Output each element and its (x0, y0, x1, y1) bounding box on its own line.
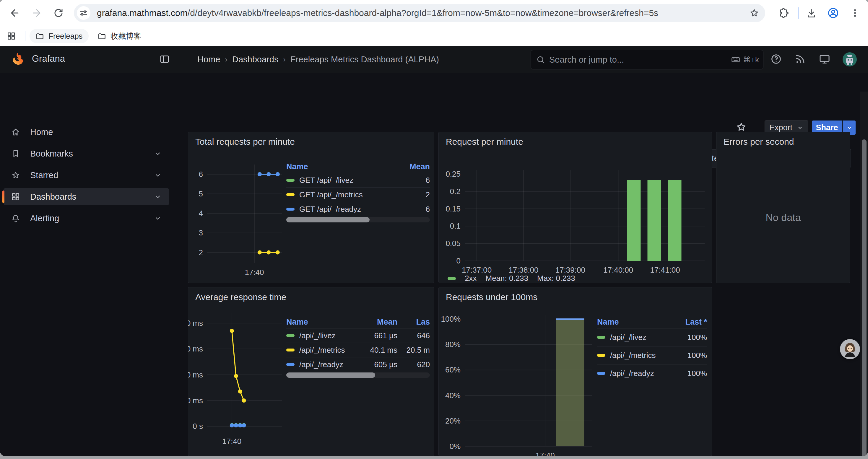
svg-text:17:37:00: 17:37:00 (462, 266, 492, 274)
svg-text:17:40:00: 17:40:00 (603, 266, 633, 274)
svg-text:4: 4 (199, 209, 203, 218)
reload-button[interactable] (52, 6, 65, 20)
series-swatch (286, 334, 294, 337)
svg-text:60 ms: 60 ms (188, 345, 203, 353)
legend-table: Name Last * /api/_/livez 100% /api/_/met… (597, 316, 707, 382)
svg-text:40%: 40% (445, 391, 461, 400)
bell-icon (11, 214, 20, 223)
legend-header: Name Last * (597, 316, 707, 328)
legend-row[interactable]: /api/_/livez 661 µs 646 (286, 328, 430, 343)
panel-title[interactable]: Errors per second (723, 137, 794, 147)
breadcrumb: Home › Dashboards › Freeleaps Metrics Da… (197, 46, 439, 73)
series-swatch (597, 372, 606, 375)
search-input[interactable]: Search or jump to... ⌘+k (531, 50, 764, 69)
sidebar-toggle-icon[interactable] (159, 54, 169, 64)
svg-text:17:41:00: 17:41:00 (650, 266, 680, 274)
chevron-down-icon[interactable] (154, 214, 162, 222)
legend-scrollbar[interactable] (286, 217, 430, 222)
bookmark-folder-blogs[interactable]: 收藏博客 (92, 29, 147, 43)
svg-text:0.2: 0.2 (450, 187, 461, 196)
bookmark-folder-freeleaps[interactable]: Freeleaps (30, 29, 89, 43)
svg-text:2: 2 (199, 248, 203, 257)
legend-row[interactable]: GET /api/_/readyz 6 (286, 202, 430, 216)
grafana-wordmark: Grafana (32, 54, 65, 64)
legend-scrollbar[interactable] (286, 372, 430, 378)
legend-row[interactable]: GET /api/_/livez 6 (286, 173, 430, 188)
svg-text:60%: 60% (445, 365, 461, 374)
panel-request-per-minute: Request per minute 0.250.20.150.10.05017… (438, 132, 712, 283)
breadcrumb-current: Freeleaps Metrics Dashboard (ALPHA) (290, 55, 439, 64)
site-info-icon[interactable] (77, 6, 90, 20)
svg-text:0.25: 0.25 (445, 169, 461, 178)
legend-row[interactable]: /api/_/metrics 100% (597, 347, 707, 364)
legend-row[interactable]: /api/_/readyz 100% (597, 364, 707, 382)
floating-assistant-avatar[interactable] (840, 339, 860, 359)
svg-text:100%: 100% (441, 315, 461, 323)
browser-menu-icon[interactable] (848, 6, 862, 20)
bookmark-label: Freeleaps (49, 32, 83, 41)
user-avatar[interactable] (843, 52, 857, 66)
bar-chart: 0.250.20.150.10.05017:37:0017:38:0017:39… (439, 132, 712, 283)
chevron-down-icon[interactable] (154, 150, 162, 158)
sidebar-item-dashboards[interactable]: Dashboards (4, 188, 169, 205)
panel-errors-per-second: Errors per second No data (716, 132, 850, 283)
breadcrumb-home[interactable]: Home (197, 55, 220, 64)
series-swatch (286, 363, 294, 366)
bookmark-star-icon[interactable] (749, 8, 759, 18)
chevron-down-icon[interactable] (154, 193, 162, 201)
back-button[interactable] (8, 6, 21, 20)
sidebar-item-bookmarks[interactable]: Bookmarks (4, 145, 169, 162)
url-text: grafana.mathmast.com/d/deytv4rwavabkb/fr… (97, 8, 749, 18)
page-scrollbar-track[interactable] (860, 92, 868, 456)
svg-text:80%: 80% (445, 340, 461, 349)
legend-row[interactable]: /api/_/livez 100% (597, 328, 707, 347)
svg-text:0%: 0% (450, 442, 461, 451)
grafana-app: Grafana Home › Dashboards › Freeleaps Me… (0, 46, 868, 456)
apps-grid-icon[interactable] (6, 31, 16, 41)
legend-row[interactable]: GET /api/_/metrics 2 (286, 188, 430, 202)
monitor-icon[interactable] (819, 54, 830, 65)
profile-icon[interactable] (827, 6, 840, 20)
grafana-logo[interactable] (11, 52, 24, 65)
legend-header: Name Mean (286, 160, 430, 173)
search-placeholder: Search or jump to... (549, 55, 624, 65)
chevron-down-icon[interactable] (154, 171, 162, 179)
svg-text:0.15: 0.15 (445, 204, 461, 213)
svg-text:6: 6 (199, 170, 203, 179)
series-swatch (286, 349, 294, 352)
home-icon (11, 128, 20, 136)
svg-text:0 s: 0 s (193, 422, 203, 431)
favorite-dashboard-icon[interactable] (736, 121, 747, 133)
svg-text:5: 5 (199, 189, 203, 198)
page-scrollbar-thumb[interactable] (862, 139, 867, 456)
toolbar-separator (798, 7, 799, 19)
legend-inline[interactable]: 2xx Mean: 0.233 Max: 0.233 (447, 274, 575, 283)
svg-text:17:40: 17:40 (222, 437, 241, 446)
svg-text:0.05: 0.05 (445, 239, 461, 248)
keyboard-icon (731, 55, 740, 64)
grafana-header: Grafana Home › Dashboards › Freeleaps Me… (0, 46, 868, 73)
downloads-icon[interactable] (805, 6, 818, 20)
breadcrumb-dashboards[interactable]: Dashboards (232, 55, 278, 64)
svg-text:3: 3 (199, 228, 203, 237)
news-rss-icon[interactable] (795, 54, 806, 65)
bookmark-icon (11, 149, 20, 158)
address-bar[interactable]: grafana.mathmast.com/d/deytv4rwavabkb/fr… (74, 4, 765, 22)
browser-window: grafana.mathmast.com/d/deytv4rwavabkb/fr… (0, 0, 868, 456)
svg-text:20 ms: 20 ms (188, 396, 203, 405)
extensions-icon[interactable] (777, 6, 790, 20)
sidebar-item-starred[interactable]: Starred (4, 167, 169, 184)
timeseries-chart: 80 ms60 ms40 ms20 ms0 s17:40 (188, 287, 434, 456)
forward-button[interactable] (30, 6, 43, 20)
legend-table: Name Mean GET /api/_/livez 6 GET /api/_/… (286, 160, 430, 216)
breadcrumb-chevron: › (225, 55, 227, 64)
legend-row[interactable]: /api/_/readyz 605 µs 620 (286, 357, 430, 371)
legend-row[interactable]: /api/_/metrics 40.1 ms 20.5 m (286, 343, 430, 357)
svg-text:17:38:00: 17:38:00 (508, 266, 538, 274)
chevron-down-icon (797, 124, 804, 131)
chevron-down-icon (846, 124, 853, 131)
sidebar-item-alerting[interactable]: Alerting (4, 210, 169, 227)
help-icon[interactable] (771, 54, 782, 65)
sidebar-item-home[interactable]: Home (4, 124, 169, 140)
svg-text:20%: 20% (445, 417, 461, 425)
